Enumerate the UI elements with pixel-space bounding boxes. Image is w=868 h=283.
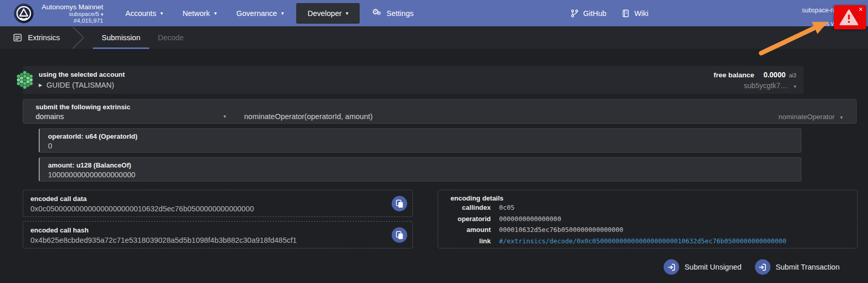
encoding-key: callindex — [445, 202, 491, 213]
encoded-call-hash-box: encoded call hash 0x4b625e8cbded935a72c7… — [23, 221, 413, 248]
chevron-down-icon: ▾ — [160, 10, 163, 16]
extrinsics-form: using the selected account ▶ GUIDE (TALI… — [0, 49, 868, 283]
account-panel: using the selected account ▶ GUIDE (TALI… — [23, 66, 803, 94]
app-tab-label: Extrinsics — [28, 34, 60, 42]
menu-item-network[interactable]: Network ▾ — [173, 0, 227, 26]
account-address: sub5ycgtk7… — [744, 81, 787, 90]
git-branch-icon — [571, 9, 578, 18]
node-version[interactable]: subspace/5 ▾ — [38, 11, 103, 18]
param-value[interactable]: 0 — [48, 142, 794, 150]
wiki-link[interactable]: Wiki — [622, 9, 648, 18]
encoded-call-data-label: encoded call data — [30, 195, 381, 203]
account-address-dropdown[interactable]: sub5ycgtk7… ▾ — [714, 81, 796, 90]
encoding-value: 0000000000000000 — [499, 213, 561, 225]
extrinsic-selector: submit the following extrinsic domains ▾… — [23, 99, 857, 124]
encoding-value: 0c05 — [499, 202, 515, 213]
app-version-text: subspace-n apps v — [802, 4, 834, 30]
encoding-key: operatorid — [445, 213, 491, 225]
account-section-label: using the selected account — [39, 71, 125, 78]
free-balance-value: 0.0000 — [763, 71, 785, 79]
encoding-key: amount — [445, 224, 491, 236]
alert-badge[interactable]: × — [834, 5, 866, 29]
decode-link[interactable]: #/extrinsics/decode/0x0c0500000000000000… — [499, 236, 786, 247]
param-value[interactable]: 100000000000000000000 — [48, 171, 794, 179]
sign-in-icon — [664, 259, 679, 275]
encoding-details-title: encoding details — [451, 194, 850, 202]
gears-icon: ⚙ ⚙ — [372, 9, 382, 18]
extrinsic-label: submit the following extrinsic — [36, 103, 130, 111]
top-menubar: Autonomys Mainnet subspace/5 ▾ #4,015,97… — [0, 0, 868, 26]
account-identicon[interactable] — [15, 71, 34, 89]
encoded-call-data-box: encoded call data 0x0c050000000000000000… — [23, 190, 413, 217]
balance-unit: ai3 — [789, 72, 796, 78]
encoding-link-label: link — [445, 236, 491, 247]
menu-item-developer[interactable]: Developer ▾ — [296, 3, 360, 24]
param-label: operatorId: u64 (OperatorId) — [48, 132, 794, 140]
copy-icon — [396, 231, 404, 240]
chevron-down-icon: ▾ — [794, 84, 796, 89]
param-label: amount: u128 (BalanceOf) — [48, 161, 794, 169]
copy-icon — [396, 199, 404, 208]
tab-decode[interactable]: Decode — [149, 26, 192, 49]
chain-info[interactable]: Autonomys Mainnet subspace/5 ▾ #4,015,97… — [38, 3, 103, 24]
chevron-down-icon: ▾ — [840, 114, 843, 120]
close-icon[interactable]: × — [859, 5, 863, 13]
copy-call-data-button[interactable] — [392, 196, 407, 211]
encoding-value: 000010632d5ec76b0500000000000000 — [499, 224, 623, 236]
tab-bar: Extrinsics Submission Decode — [0, 26, 868, 49]
chevron-down-icon: ▾ — [101, 12, 103, 17]
selected-account: using the selected account ▶ GUIDE (TALI… — [39, 71, 125, 89]
submit-unsigned-button[interactable]: Submit Unsigned — [664, 259, 741, 275]
tab-submission[interactable]: Submission — [93, 26, 149, 49]
param-amount-field[interactable]: amount: u128 (BalanceOf) 100000000000000… — [39, 157, 801, 181]
menu-item-settings[interactable]: ⚙ ⚙ Settings — [362, 0, 423, 26]
method-dropdown[interactable]: nominateOperator ▾ — [778, 113, 843, 121]
encoded-call-hash-value: 0x4b625e8cbded935a72c71e5318039028a5d5b1… — [30, 236, 381, 244]
external-links: GitHub Wiki — [571, 0, 649, 26]
chevron-down-icon[interactable]: ▾ — [223, 113, 226, 119]
extrinsics-app-icon — [13, 33, 22, 42]
warning-triangle-icon — [840, 9, 858, 26]
chevron-separator — [71, 26, 86, 49]
app-tab-extrinsics: Extrinsics — [0, 26, 71, 49]
expander-icon[interactable]: ▶ — [39, 82, 42, 88]
encoded-call-hash-label: encoded call hash — [30, 226, 381, 234]
chevron-down-icon: ▾ — [346, 10, 348, 16]
menu-item-governance[interactable]: Governance ▾ — [227, 0, 294, 26]
book-icon — [622, 9, 630, 18]
chevron-down-icon: ▾ — [214, 10, 217, 16]
account-name[interactable]: GUIDE (TALISMAN) — [46, 81, 114, 89]
autonomys-logo[interactable] — [14, 4, 34, 23]
account-balance-block: free balance 0.0000 ai3 sub5ycgtk7… ▾ — [714, 71, 796, 90]
action-buttons: Submit Unsigned Submit Transaction — [664, 259, 840, 275]
main-menu: Accounts ▾ Network ▾ Governance ▾ Develo… — [116, 0, 423, 26]
sign-in-icon — [755, 259, 770, 275]
encoding-details-box: encoding details callindex 0c05 operator… — [438, 190, 858, 248]
chain-name: Autonomys Mainnet — [38, 3, 103, 11]
submit-transaction-button[interactable]: Submit Transaction — [755, 259, 840, 275]
section-dropdown[interactable]: domains — [36, 112, 64, 121]
copy-call-hash-button[interactable] — [392, 227, 407, 243]
menu-item-accounts[interactable]: Accounts ▾ — [116, 0, 173, 26]
free-balance-label: free balance — [714, 71, 754, 79]
param-operatorid-field[interactable]: operatorId: u64 (OperatorId) 0 — [39, 128, 801, 153]
encoded-call-data-value: 0x0c050000000000000000000010632d5ec76b05… — [30, 205, 381, 213]
method-signature: nominateOperator(operatorId, amount) — [244, 112, 373, 121]
best-block-number: #4,015,971 — [38, 18, 103, 24]
chevron-down-icon: ▾ — [281, 10, 284, 16]
github-link[interactable]: GitHub — [571, 9, 606, 18]
